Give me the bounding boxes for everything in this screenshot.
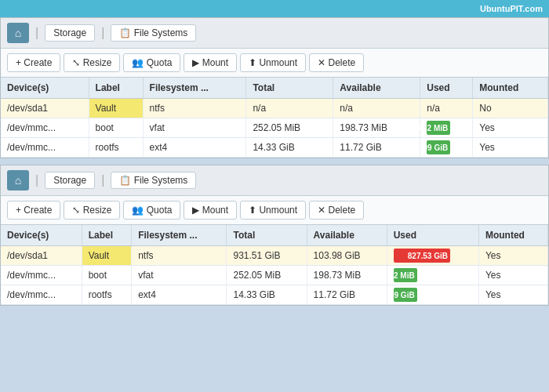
table-header: Label — [89, 78, 143, 99]
used-bar: 1.99 GiB — [427, 140, 450, 154]
quota-button[interactable]: 👥 Quota — [123, 53, 180, 72]
used-bar-container: 1.99 GiB — [394, 288, 472, 302]
table-header: Used — [420, 78, 473, 99]
mount-button[interactable]: ▶ Mount — [184, 201, 237, 220]
mounted-cell: Yes — [478, 285, 547, 305]
create-button[interactable]: + Create — [7, 201, 60, 220]
available-cell: n/a — [333, 99, 420, 118]
toolbar: + Create⤡ Resize👥 Quota▶ Mount⬆ Unmount✕… — [1, 49, 548, 78]
mounted-cell: Yes — [473, 118, 548, 138]
used-bar: 53.32 MiB — [394, 268, 417, 282]
table-row[interactable]: /dev/sda1Vaultntfs931.51 GiB103.98 GiB82… — [1, 246, 548, 266]
mount-button[interactable]: ▶ Mount — [184, 53, 237, 72]
table-row[interactable]: /dev/sda1Vaultntfsn/an/an/aNo — [1, 99, 548, 118]
available-cell: 103.98 GiB — [307, 246, 387, 266]
storage-nav-button[interactable]: Storage — [45, 172, 95, 189]
used-bar: 1.99 GiB — [394, 288, 417, 302]
delete-button[interactable]: ✕ Delete — [309, 201, 364, 220]
used-cell: 1.99 GiB — [420, 138, 473, 158]
label-cell: Vault — [89, 99, 143, 118]
unmount-button[interactable]: ⬆ Unmount — [240, 53, 306, 72]
table-header: Mounted — [473, 78, 548, 99]
create-button[interactable]: + Create — [7, 53, 60, 72]
filesystem-cell: ntfs — [143, 99, 246, 118]
device-cell: /dev/mmc... — [1, 266, 82, 285]
used-cell: 53.32 MiB — [387, 266, 478, 285]
total-cell: 14.33 GiB — [227, 285, 307, 305]
available-cell: 11.72 GiB — [333, 138, 420, 158]
filesystem-cell: ext4 — [143, 138, 246, 158]
label-cell: boot — [82, 266, 132, 285]
table-row[interactable]: /dev/mmc...rootfsext414.33 GiB11.72 GiB1… — [1, 285, 548, 305]
delete-button[interactable]: ✕ Delete — [309, 53, 364, 72]
table-header: Used — [387, 225, 478, 246]
header-bar: ⌂|Storage|📋 File Systems — [1, 165, 548, 196]
table-header: Mounted — [478, 225, 547, 246]
filesystem-cell: ext4 — [132, 285, 227, 305]
total-cell: 252.05 MiB — [227, 266, 307, 285]
table-row[interactable]: /dev/mmc...bootvfat252.05 MiB198.73 MiB5… — [1, 118, 548, 138]
device-cell: /dev/mmc... — [1, 118, 89, 138]
separator: | — [100, 26, 106, 40]
filesystem-cell: ntfs — [132, 246, 227, 266]
mounted-cell: Yes — [473, 138, 548, 158]
total-cell: 252.05 MiB — [246, 118, 333, 138]
device-cell: /dev/mmc... — [1, 138, 89, 158]
resize-button[interactable]: ⤡ Resize — [64, 53, 120, 72]
filesystem-cell: vfat — [132, 266, 227, 285]
filesystems-nav-button[interactable]: 📋 File Systems — [111, 172, 196, 189]
table-row[interactable]: /dev/mmc...rootfsext414.33 GiB11.72 GiB1… — [1, 138, 548, 158]
top-bar: UbuntuPIT.com — [0, 0, 549, 17]
device-cell: /dev/sda1 — [1, 246, 82, 266]
home-button[interactable]: ⌂ — [7, 23, 29, 43]
used-cell: 1.99 GiB — [387, 285, 478, 305]
app-wrapper: UbuntuPIT.com⌂|Storage|📋 File Systems+ C… — [0, 0, 549, 306]
table-header: Available — [307, 225, 387, 246]
mounted-cell: Yes — [478, 266, 547, 285]
used-cell: 53.32 MiB — [420, 118, 473, 138]
table-header: Total — [227, 225, 307, 246]
home-button[interactable]: ⌂ — [7, 170, 29, 191]
table-header: Total — [246, 78, 333, 99]
table-header: Device(s) — [1, 78, 89, 99]
table-header: Available — [333, 78, 420, 99]
unmount-button[interactable]: ⬆ Unmount — [240, 201, 306, 220]
available-cell: 198.73 MiB — [307, 266, 387, 285]
label-cell: boot — [89, 118, 143, 138]
mounted-cell: Yes — [478, 246, 547, 266]
total-cell: 931.51 GiB — [227, 246, 307, 266]
table-header: Device(s) — [1, 225, 82, 246]
table-row[interactable]: /dev/mmc...bootvfat252.05 MiB198.73 MiB5… — [1, 266, 548, 285]
used-bar-container: 53.32 MiB — [394, 268, 472, 282]
table-header: Filesystem ... — [143, 78, 246, 99]
used-bar-container: 827.53 GiB — [394, 249, 472, 263]
device-cell: /dev/sda1 — [1, 99, 89, 118]
mounted-cell: No — [473, 99, 548, 118]
used-bar: 53.32 MiB — [427, 121, 450, 135]
used-cell: n/a — [420, 99, 473, 118]
used-bar: 827.53 GiB — [394, 249, 450, 263]
separator: | — [100, 173, 106, 187]
quota-button[interactable]: 👥 Quota — [123, 201, 180, 220]
total-cell: n/a — [246, 99, 333, 118]
header-bar: ⌂|Storage|📋 File Systems — [1, 18, 548, 49]
storage-nav-button[interactable]: Storage — [45, 24, 95, 42]
available-cell: 198.73 MiB — [333, 118, 420, 138]
used-bar-container: 1.99 GiB — [427, 140, 466, 154]
toolbar: + Create⤡ Resize👥 Quota▶ Mount⬆ Unmount✕… — [1, 196, 548, 225]
device-cell: /dev/mmc... — [1, 285, 82, 305]
filesystems-nav-button[interactable]: 📋 File Systems — [111, 24, 196, 42]
resize-button[interactable]: ⤡ Resize — [64, 201, 120, 220]
filesystem-cell: vfat — [143, 118, 246, 138]
used-bar-container: 53.32 MiB — [427, 121, 466, 135]
label-cell: Vault — [82, 246, 132, 266]
available-cell: 11.72 GiB — [307, 285, 387, 305]
filesystems-table: Device(s)LabelFilesystem ...TotalAvailab… — [1, 225, 548, 305]
watermark: UbuntuPIT.com — [480, 4, 543, 13]
separator: | — [34, 26, 40, 40]
separator: | — [34, 173, 40, 187]
label-cell: rootfs — [82, 285, 132, 305]
table-header: Filesystem ... — [132, 225, 227, 246]
filesystems-table: Device(s)LabelFilesystem ...TotalAvailab… — [1, 78, 548, 158]
panel-1: ⌂|Storage|📋 File Systems+ Create⤡ Resize… — [0, 165, 549, 306]
